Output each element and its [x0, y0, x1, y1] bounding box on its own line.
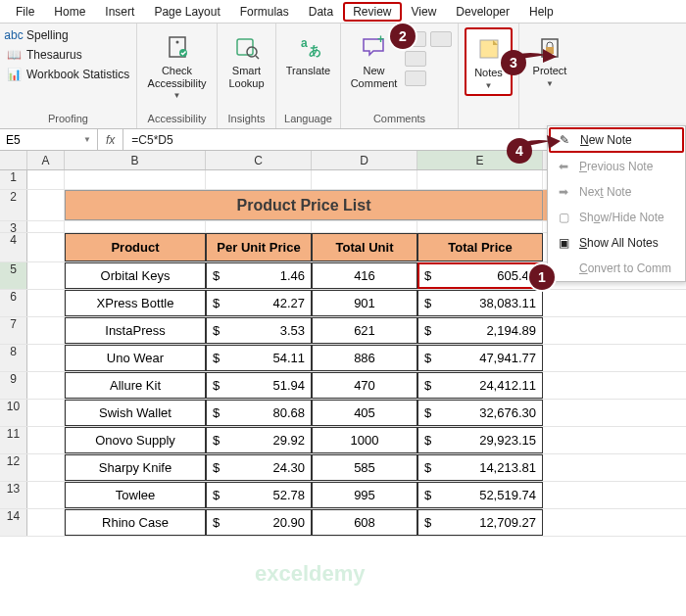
spelling-button[interactable]: abcSpelling [6, 27, 129, 43]
translate-button[interactable]: aあ Translate [282, 27, 334, 81]
comment-mini-buttons-2 [430, 27, 452, 51]
table-cell-qty[interactable]: 608 [312, 509, 417, 536]
prev-comment-button[interactable] [405, 51, 426, 67]
name-box[interactable]: E5▼ [0, 129, 98, 150]
table-cell-product[interactable]: Sharpy Knife [65, 454, 206, 481]
table-cell-total[interactable]: $12,709.27 [417, 509, 543, 536]
namebox-dropdown-icon[interactable]: ▼ [83, 135, 91, 144]
table-cell-unit-price[interactable]: $42.27 [206, 290, 312, 316]
table-cell-qty[interactable]: 886 [312, 345, 417, 371]
tab-data[interactable]: Data [299, 2, 343, 22]
table-cell-qty[interactable]: 995 [312, 482, 417, 508]
header-total-unit[interactable]: Total Unit [312, 233, 417, 261]
row-8[interactable]: 8 [0, 345, 27, 371]
row-1[interactable]: 1 [0, 170, 27, 189]
row-2[interactable]: 2 [0, 190, 27, 220]
table-cell-product[interactable]: Rhino Case [65, 509, 206, 536]
workbook-stats-button[interactable]: 📊Workbook Statistics [6, 67, 129, 82]
table-cell-unit-price[interactable]: $3.53 [206, 317, 312, 344]
fx-icon[interactable]: fx [98, 129, 123, 150]
table-cell-unit-price[interactable]: $80.68 [206, 400, 312, 426]
table-cell-product[interactable]: Allure Kit [65, 372, 206, 399]
row-5[interactable]: 5 [0, 262, 27, 289]
thesaurus-icon: 📖 [6, 47, 22, 63]
table-cell-qty[interactable]: 1000 [312, 427, 417, 453]
table-cell-unit-price[interactable]: $1.46 [206, 262, 312, 289]
table-cell-total[interactable]: $14,213.81 [417, 454, 543, 481]
tab-formulas[interactable]: Formulas [230, 2, 299, 22]
table-cell-product[interactable]: Onovo Supply [65, 427, 206, 453]
select-all-corner[interactable] [0, 151, 27, 169]
table-cell-unit-price[interactable]: $24.30 [206, 454, 312, 481]
table-cell-unit-price[interactable]: $29.92 [206, 427, 312, 453]
tab-insert[interactable]: Insert [95, 2, 144, 22]
table-cell-product[interactable]: Uno Wear [65, 345, 206, 371]
show-comments-button[interactable] [430, 31, 452, 47]
header-product[interactable]: Product [65, 233, 206, 261]
table-cell-total[interactable]: $29,923.15 [417, 427, 543, 453]
table-cell-qty[interactable]: 585 [312, 454, 417, 481]
tab-help[interactable]: Help [519, 2, 564, 22]
table-cell-total[interactable]: $32,676.30 [417, 400, 543, 426]
row-3[interactable]: 3 [0, 221, 27, 232]
header-unit-price[interactable]: Per Unit Price [206, 233, 312, 261]
table-cell-product[interactable]: Swish Wallet [65, 400, 206, 426]
tab-view[interactable]: View [402, 2, 447, 22]
col-c[interactable]: C [206, 151, 312, 169]
table-cell-unit-price[interactable]: $54.11 [206, 345, 312, 371]
smart-lookup-button[interactable]: Smart Lookup [223, 27, 270, 93]
group-label-proofing: Proofing [6, 111, 130, 128]
table-cell-total[interactable]: $47,941.77 [417, 345, 543, 371]
row-6[interactable]: 6 [0, 290, 27, 316]
table-cell-product[interactable]: Towlee [65, 482, 206, 508]
row-4[interactable]: 4 [0, 233, 27, 261]
chevron-down-icon: ▼ [485, 81, 493, 90]
col-d[interactable]: D [312, 151, 417, 169]
title-cell[interactable]: Product Price List [65, 190, 543, 220]
table-cell-qty[interactable]: 416 [312, 262, 417, 289]
table-cell-qty[interactable]: 470 [312, 372, 417, 399]
next-comment-button[interactable] [405, 71, 426, 86]
row-10[interactable]: 10 [0, 400, 27, 426]
table-cell-product[interactable]: Orbital Keys [65, 262, 206, 289]
tab-page-layout[interactable]: Page Layout [144, 2, 229, 22]
table-cell-unit-price[interactable]: $51.94 [206, 372, 312, 399]
row-13[interactable]: 13 [0, 482, 27, 508]
svg-text:a: a [301, 36, 308, 50]
svg-text:3: 3 [510, 55, 517, 71]
tab-file[interactable]: File [6, 2, 44, 22]
table-cell-unit-price[interactable]: $52.78 [206, 482, 312, 508]
notes-dropdown: ✎NNew Noteew Note ⬅Previous Note ➡Next N… [547, 125, 686, 282]
row-9[interactable]: 9 [0, 372, 27, 399]
table-cell-total[interactable]: $52,519.74 [417, 482, 543, 508]
table-cell-total[interactable]: $605.49 [417, 262, 543, 289]
svg-text:4: 4 [515, 143, 523, 159]
previous-note-item: ⬅Previous Note [548, 154, 685, 179]
row-14[interactable]: 14 [0, 509, 27, 536]
check-accessibility-button[interactable]: Check Accessibility ▼ [146, 27, 209, 104]
table-cell-total[interactable]: $38,083.11 [417, 290, 543, 316]
watermark: exceldemy [255, 561, 366, 587]
show-hide-icon: ▢ [556, 210, 571, 225]
table-cell-qty[interactable]: 901 [312, 290, 417, 316]
table-cell-total[interactable]: $2,194.89 [417, 317, 543, 344]
tab-home[interactable]: Home [44, 2, 95, 22]
table-cell-qty[interactable]: 621 [312, 317, 417, 344]
row-11[interactable]: 11 [0, 427, 27, 453]
tab-review[interactable]: Review [343, 2, 401, 22]
row-12[interactable]: 12 [0, 454, 27, 481]
col-b[interactable]: B [65, 151, 206, 169]
header-total-price[interactable]: Total Price [417, 233, 543, 261]
table-cell-product[interactable]: InstaPress [65, 317, 206, 344]
col-a[interactable]: A [27, 151, 65, 169]
table-cell-total[interactable]: $24,412.11 [417, 372, 543, 399]
group-label-comments: Comments [347, 111, 452, 128]
new-note-item[interactable]: ✎NNew Noteew Note [549, 127, 684, 153]
table-cell-qty[interactable]: 405 [312, 400, 417, 426]
tab-developer[interactable]: Developer [446, 2, 519, 22]
thesaurus-button[interactable]: 📖Thesaurus [6, 47, 129, 63]
row-7[interactable]: 7 [0, 317, 27, 344]
table-cell-product[interactable]: XPress Bottle [65, 290, 206, 316]
show-all-notes-item[interactable]: ▣Show All Notes [548, 230, 685, 256]
table-cell-unit-price[interactable]: $20.90 [206, 509, 312, 536]
